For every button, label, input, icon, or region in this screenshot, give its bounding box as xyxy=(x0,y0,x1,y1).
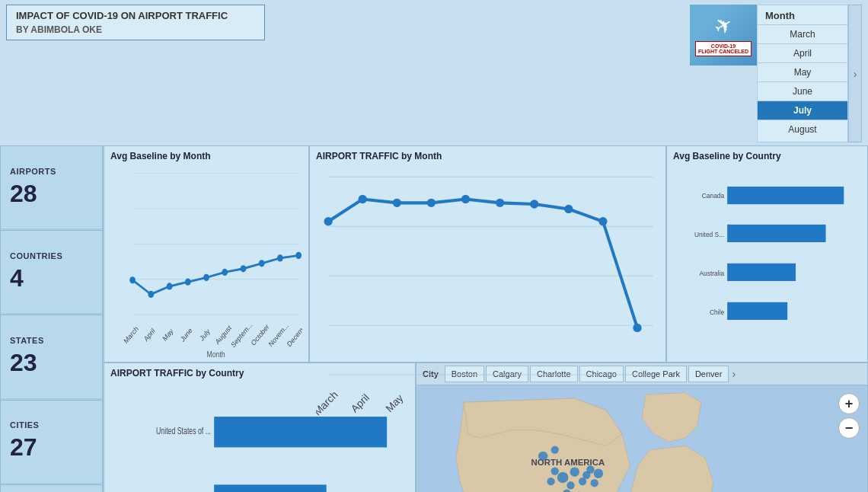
svg-point-83 xyxy=(590,479,598,487)
svg-point-9 xyxy=(203,274,209,281)
svg-point-5 xyxy=(129,276,136,283)
avg-baseline-stat-card: Avg Baseline (%) 66.65 xyxy=(0,484,103,492)
countries-value: 4 xyxy=(10,265,93,292)
svg-point-84 xyxy=(547,478,554,485)
content-area: Avg Baseline by Month xyxy=(104,145,868,492)
svg-point-14 xyxy=(295,252,302,259)
map-container[interactable]: NORTH AMERICA Pacific Ocean SOUTH AMERIC… xyxy=(416,385,867,492)
avg-baseline-line-chart: March April May June July August Septem.… xyxy=(110,165,302,359)
svg-point-31 xyxy=(324,217,332,225)
countries-stat-card: COUNTRIES 4 xyxy=(0,230,103,315)
avg-country-chart-title: Avg Baseline by Country xyxy=(673,151,861,161)
svg-point-89 xyxy=(551,446,559,453)
title-box: IMPACT OF COVID-19 ON AIRPORT TRAFFIC BY… xyxy=(6,5,265,40)
svg-point-33 xyxy=(393,199,401,207)
month-scroll-down-arrow[interactable]: › xyxy=(848,5,862,142)
svg-point-8 xyxy=(185,279,191,286)
svg-text:United States of ...: United States of ... xyxy=(156,426,211,436)
svg-point-35 xyxy=(461,195,470,203)
airports-value: 28 xyxy=(10,181,93,207)
svg-point-36 xyxy=(496,199,504,207)
airport-traffic-chart-title: AIRPORT TRAFFIC by Month xyxy=(316,151,659,161)
svg-text:April: April xyxy=(142,327,156,343)
svg-point-77 xyxy=(570,467,579,476)
avg-country-bar-chart: Canada United S... Australia Chile xyxy=(673,165,861,359)
airports-stat-card: AIRPORTS 28 xyxy=(0,145,103,230)
month-item-april[interactable]: April xyxy=(758,43,847,62)
svg-text:July: July xyxy=(199,327,212,342)
svg-point-34 xyxy=(427,199,436,207)
avg-country-chart-box: Avg Baseline by Country Canada United S.… xyxy=(666,145,868,363)
svg-point-10 xyxy=(222,269,228,276)
svg-point-12 xyxy=(259,260,265,267)
svg-text:United S...: United S... xyxy=(694,230,724,238)
traffic-country-bar-chart: United States of ... Canada Australia Ch… xyxy=(110,382,409,492)
airport-traffic-chart-box: AIRPORT TRAFFIC by Month xyxy=(309,145,666,363)
svg-point-6 xyxy=(148,291,154,298)
left-sidebar: AIRPORTS 28 COUNTRIES 4 STATES 23 CITIES… xyxy=(0,145,104,492)
month-filter-panel: Month March April May June July August xyxy=(757,5,848,142)
svg-point-37 xyxy=(530,200,538,208)
svg-text:June: June xyxy=(179,326,193,343)
svg-point-13 xyxy=(277,254,283,261)
map-zoom-controls: + − xyxy=(838,393,860,439)
top-row: Avg Baseline by Month xyxy=(104,145,868,363)
map-svg: NORTH AMERICA Pacific Ocean SOUTH AMERIC… xyxy=(416,385,867,492)
svg-text:Australia: Australia xyxy=(700,269,725,277)
svg-rect-55 xyxy=(727,225,825,242)
traffic-country-chart-box: AIRPORT TRAFFIC by Country United States… xyxy=(104,363,416,492)
countries-label: COUNTRIES xyxy=(10,251,93,260)
svg-text:Canada: Canada xyxy=(702,191,725,200)
svg-point-40 xyxy=(633,324,641,332)
month-item-august[interactable]: August xyxy=(758,120,847,139)
header-right: ✈ COVID-19FLIGHT CANCELED Month March Ap… xyxy=(690,5,862,142)
cities-stat-card: CITIES 27 xyxy=(0,400,103,484)
airports-label: AIRPORTS xyxy=(10,167,93,176)
svg-text:Month: Month xyxy=(206,350,225,359)
month-item-july[interactable]: July xyxy=(758,101,847,120)
svg-point-32 xyxy=(359,195,367,203)
svg-point-85 xyxy=(551,467,559,474)
city-tab-scroll-right[interactable]: › xyxy=(732,368,736,380)
svg-point-82 xyxy=(594,469,603,478)
svg-rect-61 xyxy=(214,417,387,447)
city-tab-denver[interactable]: Denver xyxy=(688,366,729,382)
svg-point-79 xyxy=(566,481,574,489)
title-main: IMPACT OF COVID-19 ON AIRPORT TRAFFIC xyxy=(16,10,255,21)
cities-value: 27 xyxy=(10,434,93,461)
svg-point-80 xyxy=(579,478,586,485)
svg-point-7 xyxy=(167,283,173,289)
svg-rect-63 xyxy=(214,484,327,492)
month-item-march[interactable]: March xyxy=(758,24,847,43)
month-item-june[interactable]: June xyxy=(758,81,847,101)
states-value: 23 xyxy=(10,350,93,376)
month-item-may[interactable]: May xyxy=(758,62,847,81)
header: IMPACT OF COVID-19 ON AIRPORT TRAFFIC BY… xyxy=(0,0,868,145)
cities-label: CITIES xyxy=(10,420,93,430)
title-sub: BY ABIMBOLA OKE xyxy=(16,24,255,35)
zoom-in-button[interactable]: + xyxy=(838,393,860,414)
svg-text:May: May xyxy=(161,327,175,343)
svg-text:Chile: Chile xyxy=(710,308,724,316)
avg-baseline-chart-area: March April May June July August Septem.… xyxy=(110,165,302,359)
svg-rect-57 xyxy=(727,264,796,281)
svg-point-39 xyxy=(598,217,607,225)
svg-rect-59 xyxy=(727,302,787,320)
states-stat-card: STATES 23 xyxy=(0,315,103,399)
covid-label: COVID-19FLIGHT CANCELED xyxy=(695,41,752,56)
covid-image: ✈ COVID-19FLIGHT CANCELED xyxy=(690,5,757,65)
states-label: STATES xyxy=(10,336,93,345)
traffic-country-chart-area: United States of ... Canada Australia Ch… xyxy=(110,382,409,492)
svg-rect-53 xyxy=(727,187,844,204)
zoom-out-button[interactable]: − xyxy=(838,417,860,439)
main-area: AIRPORTS 28 COUNTRIES 4 STATES 23 CITIES… xyxy=(0,145,868,492)
svg-text:Septem...: Septem... xyxy=(230,321,254,349)
svg-text:March: March xyxy=(123,324,140,345)
svg-point-76 xyxy=(557,472,569,484)
month-panel-title: Month xyxy=(758,8,847,24)
svg-point-88 xyxy=(538,452,547,461)
avg-baseline-chart-title: Avg Baseline by Month xyxy=(110,151,302,161)
avg-baseline-chart-box: Avg Baseline by Month xyxy=(104,145,309,363)
plane-icon: ✈ xyxy=(710,11,737,41)
svg-point-11 xyxy=(241,265,247,272)
